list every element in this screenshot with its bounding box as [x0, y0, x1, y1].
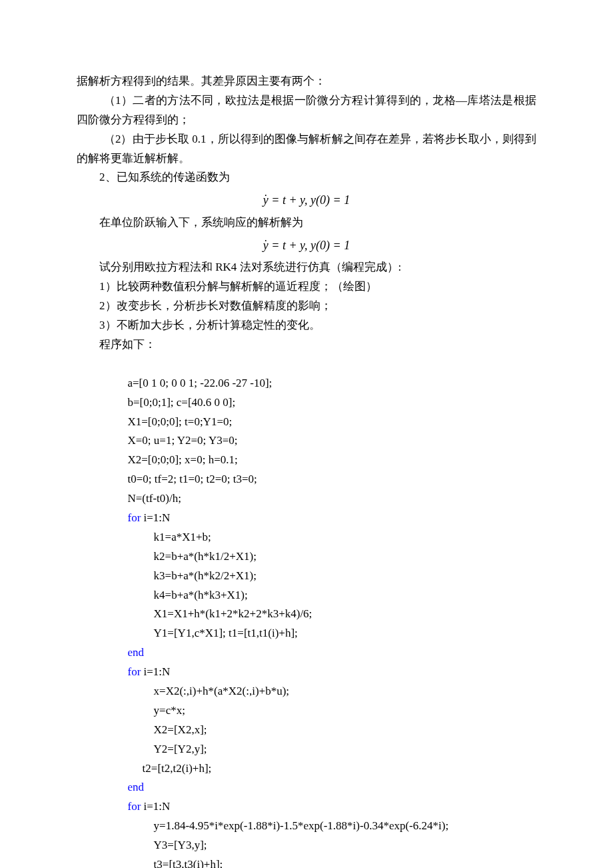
ydot-symbol: y	[263, 239, 269, 252]
equation: y = t + y, y(0) = 1	[77, 235, 536, 256]
body-text: （2）由于步长取 0.1，所以得到的图像与解析解之间存在差异，若将步长取小，则得…	[77, 130, 536, 169]
code-line: a=[0 1 0; 0 0 1; -22.06 -27 -10];	[127, 374, 272, 393]
body-text: 在单位阶跃输入下，系统响应的解析解为	[77, 213, 536, 233]
code-line: Y2=[Y2,y];	[154, 740, 207, 759]
body-text: 试分别用欧拉方程法和 RK4 法对系统进行仿真（编程完成）:	[77, 258, 536, 277]
body-text: （1）二者的方法不同，欧拉法是根据一阶微分方程计算得到的，龙格—库塔法是根据四阶…	[77, 91, 536, 130]
body-text: 3）不断加大步长，分析计算稳定性的变化。	[77, 316, 536, 335]
code-line: k1=a*X1+b;	[154, 528, 211, 547]
code-line: for i=1:N	[127, 509, 170, 528]
code-line: X=0; u=1; Y2=0; Y3=0;	[127, 431, 237, 451]
code-block: a=[0 1 0; 0 0 1; -22.06 -27 -10]; b=[0;0…	[101, 355, 536, 868]
code-line: k3=b+a*(h*k2/2+X1);	[154, 567, 257, 586]
page-container: 据解析方程得到的结果。其差异原因主要有两个： （1）二者的方法不同，欧拉法是根据…	[0, 0, 613, 868]
keyword-end: end	[127, 778, 144, 797]
keyword: for	[127, 511, 141, 524]
body-text: 程序如下：	[77, 335, 536, 355]
code-line: t2=[t2,t2(i)+h];	[143, 759, 212, 779]
code-line: k4=b+a*(h*k3+X1);	[154, 586, 248, 605]
equation: y = t + y, y(0) = 1	[77, 190, 536, 211]
code-line: X1=[0;0;0]; t=0;Y1=0;	[127, 413, 232, 432]
body-text: 2）改变步长，分析步长对数值解精度的影响；	[77, 297, 536, 316]
code-line: X2=[X2,x];	[154, 721, 207, 740]
code-line: X2=[0;0;0]; x=0; h=0.1;	[127, 451, 237, 470]
code-line: t0=0; tf=2; t1=0; t2=0; t3=0;	[127, 470, 257, 489]
keyword-end: end	[127, 643, 144, 663]
body-text: 据解析方程得到的结果。其差异原因主要有两个：	[77, 72, 536, 91]
code-text: i=1:N	[141, 511, 170, 524]
keyword: for	[127, 800, 141, 813]
body-text: 2、已知系统的传递函数为	[77, 168, 536, 187]
code-line: for i=1:N	[127, 663, 170, 682]
code-line: for i=1:N	[127, 797, 170, 817]
code-line: y=1.84-4.95*i*exp(-1.88*i)-1.5*exp(-1.88…	[154, 817, 449, 836]
code-line: N=(tf-t0)/h;	[127, 489, 181, 509]
code-text: i=1:N	[141, 800, 170, 813]
equation-text: = t + y, y(0) = 1	[269, 193, 350, 207]
code-line: y=c*x;	[154, 701, 185, 721]
code-text: i=1:N	[141, 665, 170, 678]
equation-text: = t + y, y(0) = 1	[269, 239, 350, 252]
body-text: 1）比较两种数值积分解与解析解的逼近程度；（绘图）	[77, 277, 536, 297]
ydot-symbol: y	[263, 193, 269, 207]
code-line: x=X2(:,i)+h*(a*X2(:,i)+b*u);	[154, 682, 289, 701]
keyword: for	[127, 665, 141, 678]
code-line: t3=[t3,t3(i)+h];	[154, 855, 223, 868]
code-line: X1=X1+h*(k1+2*k2+2*k3+k4)/6;	[154, 605, 312, 624]
code-line: b=[0;0;1]; c=[40.6 0 0];	[127, 393, 235, 413]
code-line: Y3=[Y3,y];	[154, 836, 207, 855]
code-line: k2=b+a*(h*k1/2+X1);	[154, 547, 257, 567]
code-line: Y1=[Y1,c*X1]; t1=[t1,t1(i)+h];	[154, 624, 298, 643]
